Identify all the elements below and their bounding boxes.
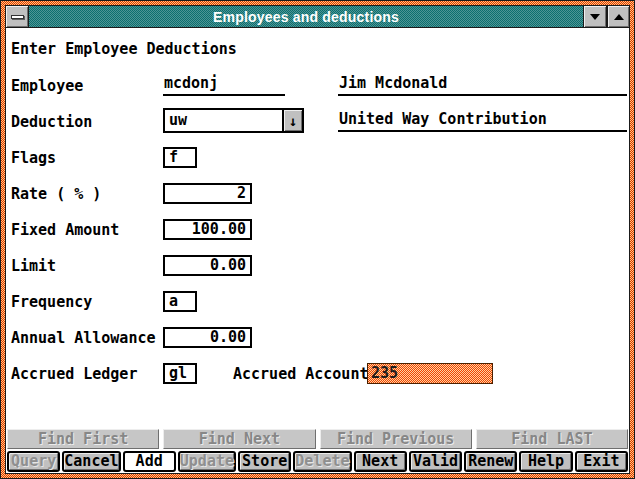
limit-input[interactable]: 0.00	[163, 255, 252, 276]
action-button-row: Query Cancel Add Update Store Delete Nex…	[6, 451, 629, 473]
rate-input[interactable]: 2	[163, 183, 252, 204]
find-button-row: Find First Find Next Find Previous Find …	[6, 429, 629, 449]
minimize-icon	[590, 14, 600, 20]
query-button[interactable]: Query	[7, 451, 60, 472]
add-button[interactable]: Add	[123, 451, 176, 472]
titlebar-row: Employees and deductions	[6, 6, 629, 28]
employee-input[interactable]: mcdonj	[163, 75, 285, 96]
find-last-button[interactable]: Find LAST	[476, 429, 628, 449]
annual-allowance-label: Annual Allowance	[11, 329, 156, 347]
deduction-description: United Way Contribution	[338, 111, 627, 132]
deduction-dropdown-button[interactable]: ↓	[282, 110, 302, 131]
employee-display-name: Jim Mcdonald	[338, 75, 627, 96]
limit-label: Limit	[11, 257, 56, 275]
annual-allowance-input[interactable]: 0.00	[163, 327, 252, 348]
system-menu-icon	[11, 15, 24, 19]
valid-button[interactable]: Valid	[409, 451, 462, 472]
page-title: Enter Employee Deductions	[11, 40, 237, 58]
maximize-button[interactable]	[606, 6, 629, 27]
accrued-ledger-input[interactable]: gl	[163, 363, 197, 384]
employee-label: Employee	[11, 77, 83, 95]
maximize-icon	[614, 14, 624, 20]
store-button[interactable]: Store	[238, 451, 291, 472]
fixed-amount-label: Fixed Amount	[11, 221, 119, 239]
next-button[interactable]: Next	[354, 451, 407, 472]
titlebar[interactable]: Employees and deductions	[29, 6, 583, 27]
accrued-account-input[interactable]: 235	[367, 363, 493, 384]
deduction-combobox[interactable]: uw ↓	[163, 108, 304, 133]
flags-label: Flags	[11, 149, 56, 167]
help-button[interactable]: Help	[519, 451, 572, 472]
find-first-button[interactable]: Find First	[7, 429, 159, 449]
form-area: Enter Employee Deductions Employee mcdon…	[6, 28, 629, 429]
minimize-button[interactable]	[583, 6, 606, 27]
cancel-button[interactable]: Cancel	[62, 451, 120, 472]
dropdown-arrow-icon: ↓	[289, 114, 297, 128]
window-inner-frame: Employees and deductions Enter Employee …	[5, 5, 630, 474]
delete-button[interactable]: Delete	[293, 451, 351, 472]
flags-input[interactable]: f	[163, 147, 197, 168]
deduction-label: Deduction	[11, 113, 92, 131]
update-button[interactable]: Update	[178, 451, 236, 472]
find-previous-button[interactable]: Find Previous	[320, 429, 472, 449]
exit-button[interactable]: Exit	[575, 451, 628, 472]
app-window: Employees and deductions Enter Employee …	[0, 0, 635, 479]
deduction-value: uw	[165, 110, 282, 131]
renew-button[interactable]: Renew	[464, 451, 517, 472]
frequency-input[interactable]: a	[163, 291, 197, 312]
accrued-ledger-label: Accrued Ledger	[11, 365, 137, 383]
fixed-amount-input[interactable]: 100.00	[163, 219, 252, 240]
frequency-label: Frequency	[11, 293, 92, 311]
window-title: Employees and deductions	[213, 9, 399, 25]
accrued-account-label: Accrued Account	[233, 365, 368, 383]
rate-label: Rate ( % )	[11, 185, 101, 203]
find-next-button[interactable]: Find Next	[163, 429, 315, 449]
system-menu-button[interactable]	[6, 6, 29, 27]
